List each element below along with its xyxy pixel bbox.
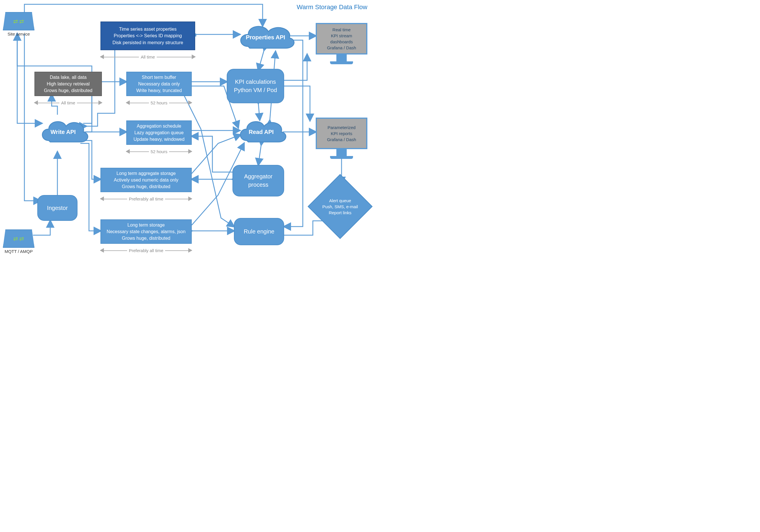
ingestor-label: Ingestor: [47, 204, 68, 212]
read-api-label: Read API: [249, 129, 273, 135]
time-arrow-ts-props: All time: [100, 54, 195, 60]
rule-engine-node: Rule engine: [234, 218, 284, 245]
properties-api-cloud: Properties API: [235, 20, 296, 55]
short-buffer-node: Short term buffer Necessary data only Wr…: [126, 72, 192, 96]
properties-api-label: Properties API: [246, 34, 285, 41]
read-api-cloud: Read API: [235, 115, 287, 149]
kpi-reports-monitor: Parameterized KPI reports Grafana / Dash: [316, 117, 367, 159]
write-api-label: Write API: [51, 129, 76, 135]
diagram-title: Warm Storage Data Flow: [297, 3, 367, 11]
write-api-cloud: Write API: [37, 113, 89, 151]
site-service-label: Site service: [3, 31, 34, 36]
mqtt-node: ⇄⇄ MQTT / AMQP: [3, 229, 34, 254]
mqtt-label: MQTT / AMQP: [3, 249, 34, 254]
data-lake-node: Data lake, all data High latency retriev…: [34, 72, 102, 96]
time-arrow-long-agg: Preferably all time: [100, 196, 192, 201]
aggregator-node: Aggregator process: [232, 165, 284, 197]
time-arrow-agg-schedule: 52 hours: [126, 149, 192, 154]
time-arrow-long-store: Preferably all time: [100, 247, 192, 253]
long-agg-node: Long term aggregate storage Actively use…: [100, 168, 192, 192]
ingestor-node: Ingestor: [37, 195, 77, 221]
agg-schedule-node: Aggregation schedule Lazy aggregation qu…: [126, 120, 192, 145]
ts-props-node: Time series asset properties Properties …: [100, 22, 195, 50]
time-arrow-data-lake: All time: [34, 100, 102, 106]
realtime-dashboard-monitor: Real time KPI stream dashboards Grafana …: [316, 23, 367, 64]
alert-queue-node: Alert queue Push, SMS, e-mail Report lin…: [317, 184, 363, 229]
long-store-node: Long term storage Necessary state change…: [100, 219, 192, 244]
time-arrow-short-buffer: 52 hours: [126, 100, 192, 106]
site-service-node: ⇄⇄ Site service: [3, 12, 34, 36]
kpi-calc-node: KPI calculations Python VM / Pod: [227, 69, 284, 103]
